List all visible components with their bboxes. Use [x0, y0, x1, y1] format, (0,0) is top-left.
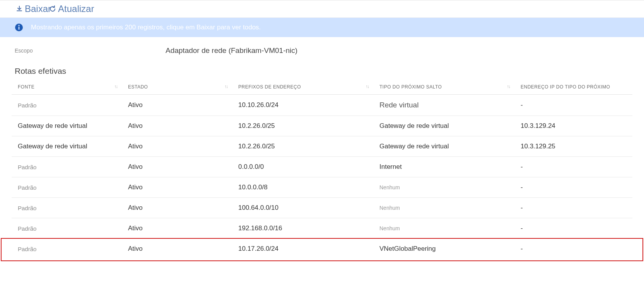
cell-next-hop-ip: - [514, 157, 632, 177]
cell-source: Gateway de rede virtual [12, 136, 122, 157]
section-title: Rotas efetivas [0, 58, 644, 79]
cell-state: Ativo [122, 177, 232, 198]
download-button[interactable]: Baixar [15, 3, 51, 14]
cell-prefix: 10.2.26.0/25 [232, 116, 373, 136]
routes-table: Fonte↑↓ Estado↑↓ Prefixos de Endereço↑↓ … [12, 79, 632, 259]
cell-prefix: 0.0.0.0/0 [232, 157, 373, 177]
table-row[interactable]: PadrãoAtivo100.64.0.0/10Nenhum- [12, 198, 632, 218]
table-row[interactable]: Gateway de rede virtualAtivo10.2.26.0/25… [12, 136, 632, 157]
refresh-button[interactable]: Atualizar [51, 3, 94, 14]
cell-next-hop-type: Rede virtual [373, 95, 514, 116]
sort-icon: ↑↓ [114, 84, 117, 89]
table-header-row: Fonte↑↓ Estado↑↓ Prefixos de Endereço↑↓ … [12, 79, 632, 95]
svg-point-2 [18, 25, 20, 26]
sort-icon: ↑↓ [224, 84, 227, 89]
col-next-hop-type[interactable]: Tipo do Próximo Salto↑↓ [373, 79, 514, 95]
download-label: Baixar [25, 3, 51, 14]
table-row[interactable]: PadrãoAtivo10.10.26.0/24Rede virtual- [12, 95, 632, 116]
info-bar: Mostrando apenas os primeiros 200 regist… [0, 18, 644, 37]
col-prefix[interactable]: Prefixos de Endereço↑↓ [232, 79, 373, 95]
cell-prefix: 10.17.26.0/24 [232, 239, 373, 259]
cell-next-hop-type: Gateway de rede virtual [373, 136, 514, 157]
col-next-hop-ip[interactable]: Endereço IP do Tipo do Próximo [514, 79, 632, 95]
cell-prefix: 192.168.0.0/16 [232, 218, 373, 239]
download-icon [15, 5, 23, 13]
refresh-label: Atualizar [58, 3, 94, 14]
info-message: Mostrando apenas os primeiros 200 regist… [31, 24, 261, 31]
cell-prefix: 10.2.26.0/25 [232, 136, 373, 157]
cell-source: Padrão [12, 198, 122, 218]
cell-state: Ativo [122, 239, 232, 259]
cell-prefix: 100.64.0.0/10 [232, 198, 373, 218]
cell-next-hop-type: Gateway de rede virtual [373, 116, 514, 136]
cell-next-hop-ip: - [514, 218, 632, 239]
table-row[interactable]: PadrãoAtivo192.168.0.0/16Nenhum- [12, 218, 632, 239]
cell-next-hop-type: Nenhum [373, 198, 514, 218]
cell-state: Ativo [122, 198, 232, 218]
cell-next-hop-ip: - [514, 198, 632, 218]
cell-next-hop-ip: - [514, 177, 632, 198]
cell-source: Padrão [12, 239, 122, 259]
refresh-icon [49, 5, 56, 13]
scope-row: Escopo Adaptador de rede (Fabrikam-VM01-… [0, 37, 644, 58]
sort-icon: ↑↓ [507, 84, 510, 89]
cell-state: Ativo [122, 136, 232, 157]
cell-source: Padrão [12, 218, 122, 239]
cell-next-hop-type: Internet [373, 157, 514, 177]
sort-icon: ↑↓ [366, 84, 369, 89]
routes-table-wrap: Fonte↑↓ Estado↑↓ Prefixos de Endereço↑↓ … [0, 79, 644, 267]
table-row[interactable]: PadrãoAtivo10.0.0.0/8Nenhum- [12, 177, 632, 198]
cell-next-hop-type: Nenhum [373, 218, 514, 239]
col-source[interactable]: Fonte↑↓ [12, 79, 122, 95]
cell-next-hop-type: Nenhum [373, 177, 514, 198]
info-icon [15, 23, 23, 32]
cell-next-hop-ip: - [514, 239, 632, 259]
scope-label: Escopo [15, 48, 166, 54]
cell-prefix: 10.10.26.0/24 [232, 95, 373, 116]
cell-state: Ativo [122, 218, 232, 239]
svg-rect-1 [19, 27, 20, 30]
cell-state: Ativo [122, 95, 232, 116]
cell-state: Ativo [122, 157, 232, 177]
cell-next-hop-ip: - [514, 95, 632, 116]
cell-source: Padrão [12, 157, 122, 177]
cell-prefix: 10.0.0.0/8 [232, 177, 373, 198]
table-row[interactable]: PadrãoAtivo0.0.0.0/0Internet- [12, 157, 632, 177]
cell-source: Padrão [12, 95, 122, 116]
toolbar: Baixar Atualizar [0, 0, 644, 17]
cell-source: Padrão [12, 177, 122, 198]
cell-next-hop-ip: 10.3.129.25 [514, 136, 632, 157]
scope-value: Adaptador de rede (Fabrikam-VM01-nic) [166, 46, 297, 55]
cell-state: Ativo [122, 116, 232, 136]
cell-next-hop-ip: 10.3.129.24 [514, 116, 632, 136]
cell-next-hop-type: VNetGlobalPeering [373, 239, 514, 259]
cell-source: Gateway de rede virtual [12, 116, 122, 136]
table-row[interactable]: PadrãoAtivo10.17.26.0/24VNetGlobalPeerin… [12, 239, 632, 259]
col-state[interactable]: Estado↑↓ [122, 79, 232, 95]
table-row[interactable]: Gateway de rede virtualAtivo10.2.26.0/25… [12, 116, 632, 136]
